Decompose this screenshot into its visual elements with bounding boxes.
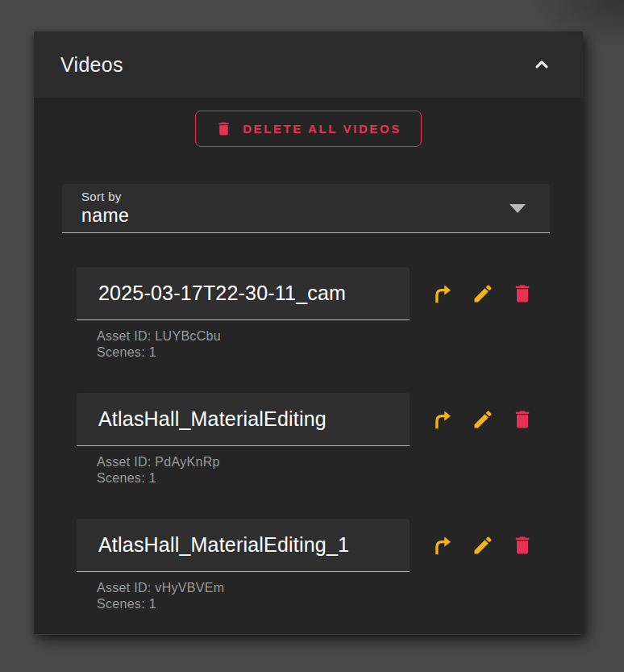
trash-icon	[511, 408, 534, 431]
delete-video-button[interactable]	[510, 282, 535, 306]
delete-all-videos-label: DELETE ALL VIDEOS	[243, 122, 401, 136]
scenes-text: Scenes: 1	[97, 470, 583, 486]
video-list-item: Asset ID: PdAyKnRp Scenes: 1	[34, 393, 583, 486]
pencil-icon	[472, 534, 494, 557]
video-row	[77, 267, 583, 320]
scenes-text: Scenes: 1	[97, 596, 583, 612]
video-meta: Asset ID: vHyVBVEm Scenes: 1	[97, 580, 583, 612]
asset-id-text: Asset ID: vHyVBVEm	[97, 580, 583, 596]
video-list: Asset ID: LUYBcCbu Scenes: 1	[34, 267, 583, 612]
export-video-button[interactable]	[431, 282, 456, 306]
video-meta: Asset ID: LUYBcCbu Scenes: 1	[97, 328, 583, 361]
desktop-background: Videos DELETE ALL VIDEOS Sort by name	[0, 0, 624, 672]
panel-title: Videos	[60, 53, 123, 77]
trash-icon	[215, 120, 232, 137]
scenes-text: Scenes: 1	[97, 344, 583, 361]
asset-id-text: Asset ID: LUYBcCbu	[97, 328, 583, 344]
video-name-input[interactable]	[77, 519, 410, 572]
dropdown-arrow-icon	[510, 204, 526, 213]
edit-video-button[interactable]	[471, 282, 495, 306]
video-name-input[interactable]	[77, 393, 410, 446]
redirect-arrow-icon	[431, 407, 456, 432]
delete-video-button[interactable]	[510, 407, 535, 432]
videos-panel-body: DELETE ALL VIDEOS Sort by name	[34, 98, 583, 635]
videos-accordion-header[interactable]: Videos	[34, 31, 583, 98]
video-meta: Asset ID: PdAyKnRp Scenes: 1	[97, 454, 583, 486]
asset-id-text: Asset ID: PdAyKnRp	[97, 454, 583, 470]
video-list-item: Asset ID: vHyVBVEm Scenes: 1	[34, 519, 583, 612]
video-row	[77, 519, 583, 572]
sort-by-label: Sort by	[81, 190, 550, 203]
video-name-input[interactable]	[77, 267, 410, 320]
edit-video-button[interactable]	[471, 533, 495, 557]
export-video-button[interactable]	[431, 533, 456, 557]
edit-video-button[interactable]	[471, 407, 495, 432]
sort-by-select[interactable]: Sort by name	[62, 184, 550, 233]
video-row	[77, 393, 583, 446]
pencil-icon	[472, 282, 494, 305]
redirect-arrow-icon	[431, 533, 456, 557]
videos-panel: Videos DELETE ALL VIDEOS Sort by name	[34, 31, 583, 635]
export-video-button[interactable]	[431, 407, 456, 432]
sort-by-value: name	[81, 205, 550, 227]
chevron-up-icon[interactable]	[531, 54, 552, 75]
redirect-arrow-icon	[431, 282, 456, 306]
pencil-icon	[472, 408, 494, 431]
trash-icon	[511, 534, 534, 557]
delete-video-button[interactable]	[510, 533, 535, 557]
video-list-item: Asset ID: LUYBcCbu Scenes: 1	[34, 267, 583, 361]
delete-all-videos-button[interactable]: DELETE ALL VIDEOS	[195, 111, 422, 147]
trash-icon	[511, 282, 534, 305]
